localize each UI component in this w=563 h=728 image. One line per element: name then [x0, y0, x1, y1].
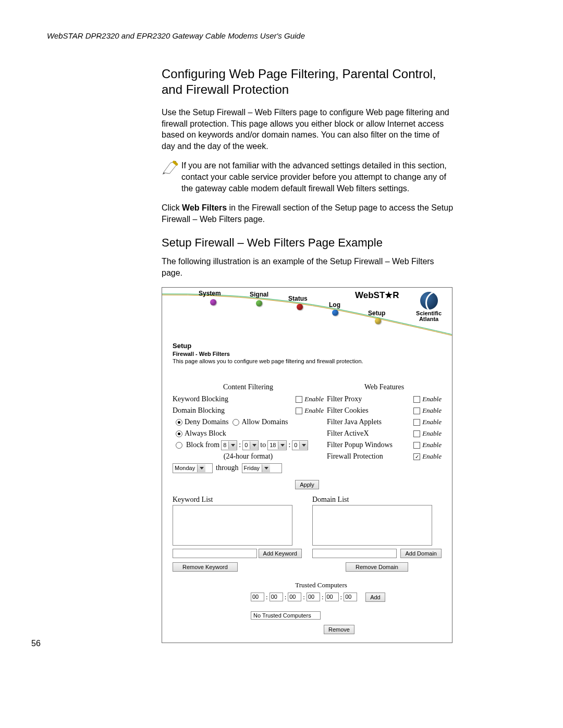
- add-trusted-button[interactable]: Add: [365, 593, 385, 602]
- domain-input[interactable]: [312, 549, 397, 558]
- remove-domain-button[interactable]: Remove Domain: [346, 562, 408, 572]
- add-keyword-button[interactable]: Add Keyword: [259, 549, 302, 558]
- brand-logo: WebST★R: [355, 290, 399, 301]
- filter-activex-label: Filter ActiveX: [327, 429, 413, 438]
- always-block-radio[interactable]: [176, 430, 182, 437]
- keyword-list-title: Keyword List: [173, 496, 302, 504]
- allow-domains-radio[interactable]: [232, 419, 239, 426]
- keyword-blocking-enable[interactable]: Enable: [296, 395, 324, 403]
- mac-3-input[interactable]: 00: [307, 593, 320, 601]
- block-from-radio[interactable]: [176, 442, 182, 449]
- domain-blocking-label: Domain Blocking: [173, 406, 296, 415]
- keyword-list-box[interactable]: [173, 505, 292, 546]
- intro-paragraph: Use the Setup Firewall – Web Filters pag…: [162, 107, 454, 152]
- web-features-header: Web Features: [327, 383, 442, 391]
- content-filtering-header: Content Filtering: [173, 383, 324, 391]
- note-icon: [162, 160, 179, 178]
- domain-blocking-enable[interactable]: Enable: [296, 406, 324, 415]
- filter-java-label: Filter Java Applets: [327, 418, 413, 426]
- add-domain-button[interactable]: Add Domain: [400, 549, 442, 558]
- filter-activex-enable[interactable]: Enable: [413, 429, 442, 438]
- example-heading: Setup Firewall – Web Filters Page Exampl…: [162, 236, 454, 250]
- nav-signal[interactable]: Signal: [250, 291, 268, 298]
- deny-domains-radio[interactable]: [176, 419, 182, 426]
- filter-proxy-enable[interactable]: Enable: [413, 395, 442, 403]
- note-text: If you are not familiar with the advance…: [181, 160, 454, 194]
- mac-5-input[interactable]: 00: [344, 593, 357, 601]
- illustration-caption: The following illustration is an example…: [162, 256, 454, 278]
- block-from-label: Block from: [186, 441, 219, 449]
- filter-popup-label: Filter Popup Windows: [327, 441, 413, 449]
- section-title: Configuring Web Page Filtering, Parental…: [162, 66, 454, 97]
- to-hour-select[interactable]: 18: [267, 440, 287, 450]
- filter-proxy-label: Filter Proxy: [327, 395, 413, 403]
- day-from-select[interactable]: Monday: [173, 463, 213, 473]
- to-min-select[interactable]: 0: [292, 440, 308, 450]
- firewall-protection-enable[interactable]: ✓Enable: [413, 452, 442, 461]
- keyword-blocking-label: Keyword Blocking: [173, 395, 296, 403]
- filter-java-enable[interactable]: Enable: [413, 418, 442, 426]
- nav-log[interactable]: Log: [329, 301, 340, 309]
- keyword-input[interactable]: [173, 549, 257, 558]
- time-format-note: (24-hour format): [224, 452, 273, 461]
- from-hour-select[interactable]: 8: [221, 440, 237, 450]
- day-to-select[interactable]: Friday: [242, 463, 282, 473]
- mac-1-input[interactable]: 00: [270, 593, 283, 601]
- mac-2-input[interactable]: 00: [288, 593, 301, 601]
- mac-0-input[interactable]: 00: [251, 593, 264, 601]
- mac-4-input[interactable]: 00: [325, 593, 339, 601]
- remove-trusted-button[interactable]: Remove: [324, 625, 354, 634]
- nav-status[interactable]: Status: [288, 295, 308, 302]
- firewall-protection-label: Firewall Protection: [327, 452, 413, 461]
- scientific-atlanta-logo: Scientific Atlanta: [416, 292, 442, 323]
- nav-setup[interactable]: Setup: [368, 310, 385, 317]
- filter-cookies-label: Filter Cookies: [327, 406, 413, 415]
- allow-domains-label: Allow Domains: [241, 418, 288, 426]
- trusted-computers-title: Trusted Computers: [246, 581, 397, 589]
- click-instruction: Click Web Filters in the Firewall sectio…: [162, 202, 454, 225]
- setup-description: This page allows you to configure web pa…: [173, 358, 442, 364]
- filter-popup-enable[interactable]: Enable: [413, 441, 442, 449]
- apply-button[interactable]: Apply: [295, 480, 319, 489]
- remove-keyword-button[interactable]: Remove Keyword: [173, 562, 238, 572]
- deny-domains-label: Deny Domains: [185, 418, 228, 426]
- page-number: 56: [31, 639, 41, 648]
- running-header: WebSTAR DPR2320 and EPR2320 Gateway Cabl…: [47, 31, 516, 40]
- no-trusted-box: No Trusted Computers: [251, 611, 321, 620]
- setup-heading: Setup: [173, 342, 442, 350]
- domain-list-title: Domain List: [312, 496, 442, 504]
- domain-list-box[interactable]: [312, 505, 432, 546]
- web-filters-illustration: System Signal Status Log Setup WebST★R S…: [162, 287, 452, 643]
- setup-subheading: Firewall - Web Filters: [173, 351, 442, 357]
- through-label: through: [216, 464, 239, 472]
- filter-cookies-enable[interactable]: Enable: [413, 406, 442, 415]
- always-block-label: Always Block: [185, 429, 226, 438]
- nav-system[interactable]: System: [199, 290, 221, 297]
- from-min-select[interactable]: 0: [242, 440, 259, 450]
